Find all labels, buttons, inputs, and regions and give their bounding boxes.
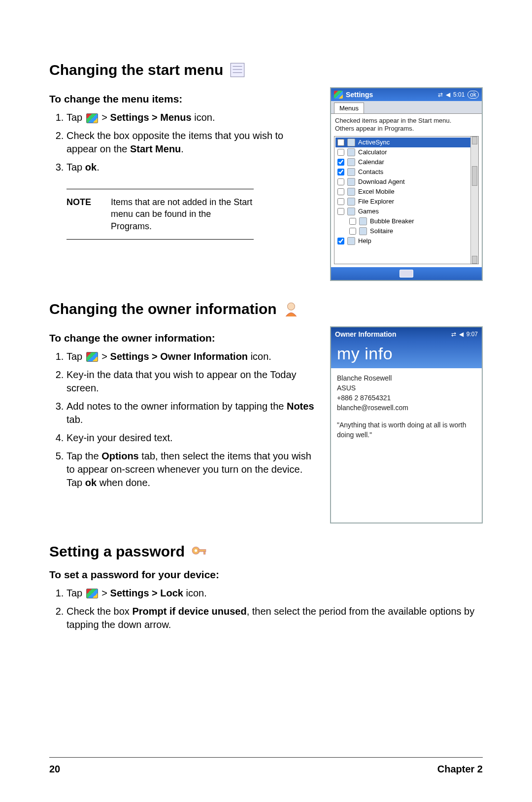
owner-info-body: Blanche Rosewell ASUS +886 2 87654321 bl… [331, 368, 482, 523]
list-item[interactable]: Excel Mobile [335, 187, 477, 197]
keyboard-icon[interactable] [399, 270, 413, 278]
item-label: Calculator [358, 148, 387, 156]
titlebar-title: Owner Information [335, 330, 448, 338]
step: Check the box opposite the items that yo… [66, 129, 315, 156]
checkbox[interactable] [349, 228, 356, 235]
scrollbar-vertical[interactable] [470, 137, 478, 264]
steps-list-3: Tap > Settings > Lock icon. Check the bo… [49, 587, 483, 631]
svg-point-6 [195, 549, 197, 552]
app-icon [347, 188, 355, 196]
helper-text: Checked items appear in the Start menu. … [331, 114, 482, 134]
list-item[interactable]: Calculator [335, 147, 477, 157]
device-titlebar: Settings ⇄ ◀ 5:01 ok [331, 88, 482, 101]
lock-key-icon [191, 543, 207, 560]
svg-rect-8 [204, 552, 205, 554]
checkbox[interactable] [349, 218, 356, 225]
myinfo-banner: my info [331, 341, 482, 368]
item-label: Help [358, 237, 371, 244]
heading-text: Changing the owner information [49, 301, 277, 317]
section-heading-owner-info: Changing the owner information [49, 301, 483, 317]
list-item[interactable]: Calendar [335, 157, 477, 167]
list-item[interactable]: Download Agent [335, 177, 477, 187]
list-item[interactable]: Games [335, 207, 477, 216]
menu-checklist: ActiveSyncCalculatorCalendarContactsDown… [334, 136, 479, 264]
tab-strip: Menus [331, 101, 482, 114]
app-icon [347, 198, 355, 206]
checkbox[interactable] [337, 238, 344, 244]
step: Tap the Options tab, then select the ite… [66, 450, 315, 489]
list-item[interactable]: ActiveSync [335, 138, 477, 147]
steps-list-1: Tap > Settings > Menus icon. Check the b… [49, 111, 315, 174]
device-titlebar: Owner Information ⇄ ◀ 9:07 [331, 327, 482, 341]
ok-button[interactable]: ok [467, 91, 479, 99]
checkbox[interactable] [337, 208, 344, 215]
note-label: NOTE [66, 196, 91, 232]
clock-text: 5:01 [453, 91, 465, 98]
step: Key-in the data that you wish to appear … [66, 368, 315, 395]
owner-quote: "Anything that is worth doing at all is … [337, 420, 476, 440]
section-heading-password: Setting a password [49, 543, 483, 560]
item-label: Bubble Breaker [370, 217, 414, 225]
step: Check the box Prompt if device unused, t… [66, 605, 483, 631]
item-label: Solitaire [370, 227, 393, 235]
step: Key-in your desired text. [66, 431, 315, 445]
owner-icon [283, 301, 299, 317]
page-footer: 20 Chapter 2 [49, 757, 483, 775]
heading-text: Changing the start menu [49, 62, 223, 78]
owner-email: blanche@rosewell.com [337, 403, 476, 413]
list-item[interactable]: Help [335, 236, 477, 246]
checkbox[interactable] [337, 178, 344, 185]
app-icon [347, 139, 355, 146]
svg-rect-7 [199, 549, 206, 551]
owner-company: ASUS [337, 383, 476, 393]
titlebar-status: ⇄ ◀ 5:01 ok [438, 91, 479, 99]
item-label: Excel Mobile [358, 188, 395, 195]
owner-phone: +886 2 87654321 [337, 393, 476, 403]
checkbox[interactable] [337, 169, 344, 175]
screenshot-owner-info: Owner Information ⇄ ◀ 9:07 my info Blanc… [330, 326, 483, 523]
list-item[interactable]: Solitaire [335, 226, 477, 236]
svg-point-4 [287, 303, 295, 310]
page-number: 20 [49, 764, 60, 775]
volume-icon: ◀ [459, 331, 464, 338]
windows-flag-icon [86, 113, 98, 123]
step: Tap > Settings > Owner Information icon. [66, 350, 315, 363]
volume-icon: ◀ [446, 91, 450, 98]
checkbox[interactable] [337, 188, 344, 195]
subheading-password: To set a password for your device: [49, 569, 483, 581]
note-text: Items that are not added in the Start me… [111, 196, 254, 232]
step: Tap > Settings > Menus icon. [66, 111, 315, 124]
checkbox[interactable] [337, 198, 344, 205]
note-box: NOTE Items that are not added in the Sta… [66, 189, 254, 240]
checklist-icon [229, 62, 246, 78]
app-icon [347, 158, 355, 166]
list-item[interactable]: Bubble Breaker [335, 216, 477, 226]
list-item[interactable]: Contacts [335, 167, 477, 177]
app-icon [347, 178, 355, 186]
checkbox[interactable] [337, 139, 344, 146]
step: Tap ok. [66, 161, 315, 174]
step: Add notes to the owner information by ta… [66, 400, 315, 426]
device-bottombar [331, 267, 482, 280]
checkbox[interactable] [337, 149, 344, 156]
steps-list-2: Tap > Settings > Owner Information icon.… [49, 350, 315, 489]
checkbox[interactable] [337, 159, 344, 166]
windows-flag-icon [86, 352, 98, 362]
item-label: Contacts [358, 168, 383, 175]
item-label: Calendar [358, 158, 384, 166]
section-heading-start-menu: Changing the start menu [49, 62, 483, 78]
windows-flag-icon [86, 589, 98, 598]
app-icon [347, 237, 355, 245]
titlebar-title: Settings [346, 91, 435, 99]
item-label: ActiveSync [358, 139, 390, 146]
item-label: Games [358, 208, 379, 215]
signal-icon: ⇄ [438, 91, 443, 98]
clock-text: 9:07 [466, 331, 478, 338]
start-flag-icon[interactable] [334, 91, 343, 99]
signal-icon: ⇄ [451, 331, 456, 338]
svg-rect-0 [231, 63, 245, 77]
subheading-menu-items: To change the menu items: [49, 93, 315, 105]
app-icon [359, 227, 367, 235]
list-item[interactable]: File Explorer [335, 197, 477, 207]
tab-menus[interactable]: Menus [334, 103, 364, 113]
